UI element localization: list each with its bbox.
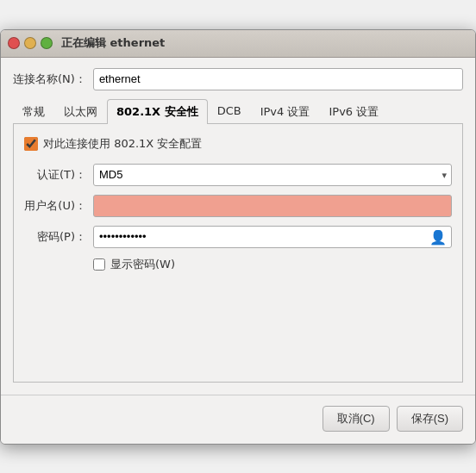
show-password-checkbox[interactable] (93, 258, 105, 271)
tab-content-security: 对此连接使用 802.1X 安全配置 认证(T)： MD5 TLS LEAP F… (13, 124, 463, 383)
content-area: 连接名称(N)： 常规 以太网 802.1X 安全性 DCB IPv4 设置 I… (1, 58, 475, 395)
username-label: 用户名(U)： (24, 198, 86, 214)
show-password-row: 显示密码(W) (93, 257, 452, 272)
password-wrapper: 👤 (93, 226, 452, 248)
minimize-button[interactable] (24, 37, 36, 49)
window-title: 正在编辑 ethernet (61, 35, 165, 51)
cancel-button[interactable]: 取消(C) (323, 406, 390, 432)
username-input[interactable] (93, 195, 452, 217)
tab-ipv6[interactable]: IPv6 设置 (319, 99, 388, 124)
password-label: 密码(P)： (24, 229, 86, 245)
close-button[interactable] (8, 37, 20, 49)
window-buttons (8, 37, 53, 49)
show-password-label: 显示密码(W) (110, 257, 175, 272)
tabs: 常规 以太网 802.1X 安全性 DCB IPv4 设置 IPv6 设置 (13, 99, 463, 124)
enable-security-row: 对此连接使用 802.1X 安全配置 (24, 136, 452, 152)
tab-ethernet[interactable]: 以太网 (54, 99, 107, 124)
show-password-icon[interactable]: 👤 (429, 228, 447, 245)
username-row: 用户名(U)： (24, 195, 452, 217)
tab-general[interactable]: 常规 (13, 99, 54, 124)
tab-802-security[interactable]: 802.1X 安全性 (107, 99, 208, 124)
password-input[interactable] (93, 226, 452, 248)
auth-row: 认证(T)： MD5 TLS LEAP Fast Tunneled TLS Pr… (24, 164, 452, 186)
auth-label: 认证(T)： (24, 167, 86, 183)
titlebar: 正在编辑 ethernet (1, 30, 475, 58)
connection-name-row: 连接名称(N)： (13, 68, 463, 90)
password-row: 密码(P)： 👤 (24, 226, 452, 248)
auth-select-wrapper: MD5 TLS LEAP Fast Tunneled TLS Protected… (93, 164, 452, 186)
connection-name-input[interactable] (93, 68, 463, 90)
auth-field: MD5 TLS LEAP Fast Tunneled TLS Protected… (93, 164, 452, 186)
bottom-buttons: 取消(C) 保存(S) (1, 395, 475, 444)
enable-security-checkbox[interactable] (24, 137, 38, 151)
password-field: 👤 (93, 226, 452, 248)
tab-ipv4[interactable]: IPv4 设置 (251, 99, 320, 124)
maximize-button[interactable] (41, 37, 53, 49)
username-field (93, 195, 452, 217)
enable-security-label: 对此连接使用 802.1X 安全配置 (43, 136, 202, 152)
connection-name-label: 连接名称(N)： (13, 72, 86, 87)
tab-dcb[interactable]: DCB (208, 99, 251, 124)
save-button[interactable]: 保存(S) (397, 406, 463, 432)
main-window: 正在编辑 ethernet 连接名称(N)： 常规 以太网 802.1X 安全性… (0, 29, 476, 445)
auth-select[interactable]: MD5 TLS LEAP Fast Tunneled TLS Protected… (93, 164, 452, 186)
